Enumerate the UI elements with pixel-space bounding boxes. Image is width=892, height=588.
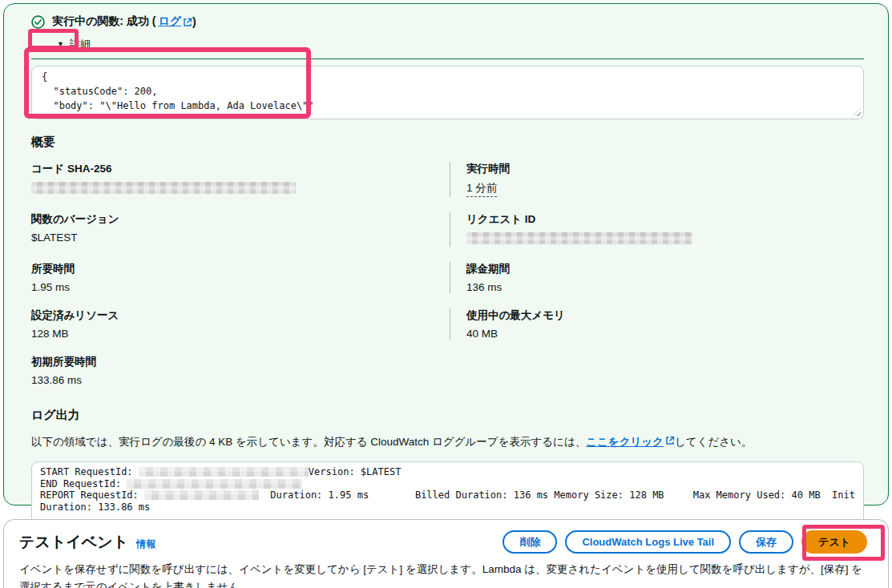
field-configured-resources: 設定済みリソース 128 MB xyxy=(31,308,450,340)
field-max-memory-used: 使用中の最大メモリ 40 MB xyxy=(450,308,864,340)
field-label: 実行時間 xyxy=(466,162,864,176)
field-request-id: リクエスト ID xyxy=(450,212,864,247)
log-line: END RequestId: xyxy=(40,478,855,490)
field-label: 使用中の最大メモリ xyxy=(466,308,864,323)
save-button[interactable]: 保存 xyxy=(739,530,793,554)
redacted-request-id xyxy=(144,490,259,500)
execution-result-json: { "statusCode": 200, "body": "\"Hello fr… xyxy=(42,70,854,119)
field-label: 関数のバージョン xyxy=(31,212,450,227)
log-line: REPORT RequestId: Duration: 1.95 ms Bill… xyxy=(40,489,855,501)
alert-title: 実行中の関数: 成功 ( xyxy=(52,14,155,29)
redacted-request-id xyxy=(139,467,309,477)
test-button[interactable]: テスト xyxy=(801,530,867,554)
log-line: START RequestId: Version: $LATEST xyxy=(40,466,855,478)
test-event-actions: 削除 CloudWatch Logs Live Tail 保存 テスト xyxy=(503,530,872,554)
log-desc-text: してください。 xyxy=(675,436,752,448)
redacted-value xyxy=(466,232,692,244)
field-label: コード SHA-256 xyxy=(31,162,450,176)
success-check-icon xyxy=(31,15,45,29)
redacted-request-id xyxy=(127,479,302,489)
log-text: REPORT RequestId: xyxy=(40,489,144,501)
external-link-icon xyxy=(665,436,675,445)
log-line: Duration: 133.86 ms xyxy=(40,501,855,513)
field-value: 136 ms xyxy=(466,281,864,293)
redacted-value xyxy=(31,182,296,194)
field-label: 設定済みリソース xyxy=(31,308,450,323)
external-link-icon xyxy=(183,17,192,26)
log-text: END RequestId: xyxy=(40,478,127,490)
log-text: START RequestId: xyxy=(40,466,139,478)
success-alert-header: 実行中の関数: 成功 ( ログ ) xyxy=(31,14,864,29)
caret-down-icon: ▼ xyxy=(57,40,64,48)
empty-cell xyxy=(450,355,864,386)
delete-button[interactable]: 削除 xyxy=(503,530,557,554)
test-event-title: テストイベント xyxy=(19,532,128,553)
field-label: 初期所要時間 xyxy=(31,355,450,369)
log-text: Duration: 133.86 ms xyxy=(40,501,150,513)
test-event-panel: テストイベント 情報 削除 CloudWatch Logs Live Tail … xyxy=(3,519,889,588)
details-label: 詳細 xyxy=(70,37,91,51)
execution-result-json-box[interactable]: { "statusCode": 200, "body": "\"Hello fr… xyxy=(31,66,864,119)
click-here-link[interactable]: ここをクリック xyxy=(586,436,664,448)
field-label: 所要時間 xyxy=(31,262,450,276)
log-text: Version: $LATEST xyxy=(309,466,402,478)
field-value: $LATEST xyxy=(31,232,450,244)
lambda-test-result-page: 実行中の関数: 成功 ( ログ ) ▼ 詳細 { xyxy=(0,0,892,588)
execution-success-panel: 実行中の関数: 成功 ( ログ ) ▼ 詳細 { xyxy=(3,3,889,505)
log-desc-text: 以下の領域では、実行ログの最後の 4 KB を示しています。対応する Cloud… xyxy=(31,436,586,448)
alert-title-close: ) xyxy=(192,15,196,28)
field-duration: 所要時間 1.95 ms xyxy=(31,262,450,293)
field-value: 128 MB xyxy=(31,328,450,340)
field-billed-duration: 課金期間 136 ms xyxy=(450,262,864,293)
log-link[interactable]: ログ xyxy=(158,14,181,29)
cloudwatch-logs-live-tail-button[interactable]: CloudWatch Logs Live Tail xyxy=(565,530,731,554)
details-expander[interactable]: ▼ 詳細 xyxy=(54,35,94,53)
log-text: Duration: 1.95 ms Billed Duration: 136 m… xyxy=(259,489,855,501)
info-link[interactable]: 情報 xyxy=(136,538,155,551)
resize-handle-icon[interactable] xyxy=(853,108,861,116)
test-event-description: イベントを保存せずに関数を呼び出すには、イベントを変更してから [テスト] を選… xyxy=(19,561,872,588)
field-function-version: 関数のバージョン $LATEST xyxy=(31,212,450,247)
field-value: 40 MB xyxy=(466,328,864,340)
field-code-sha256: コード SHA-256 xyxy=(31,162,450,197)
field-init-duration: 初期所要時間 133.86 ms xyxy=(31,355,450,386)
field-label: リクエスト ID xyxy=(466,212,864,227)
log-output-heading: ログ出力 xyxy=(31,408,864,423)
relative-time-value: 1 分前 xyxy=(466,181,497,197)
summary-heading: 概要 xyxy=(31,135,864,150)
field-value: 1.95 ms xyxy=(31,281,450,293)
log-output-description: 以下の領域では、実行ログの最後の 4 KB を示しています。対応する Cloud… xyxy=(31,435,864,449)
field-execution-time: 実行時間 1 分前 xyxy=(450,162,864,197)
alert-divider xyxy=(31,58,864,59)
field-value: 133.86 ms xyxy=(31,374,450,386)
summary-grid: コード SHA-256 実行時間 1 分前 関数のバージョン $LATEST リ… xyxy=(31,162,864,386)
field-label: 課金期間 xyxy=(466,262,864,276)
